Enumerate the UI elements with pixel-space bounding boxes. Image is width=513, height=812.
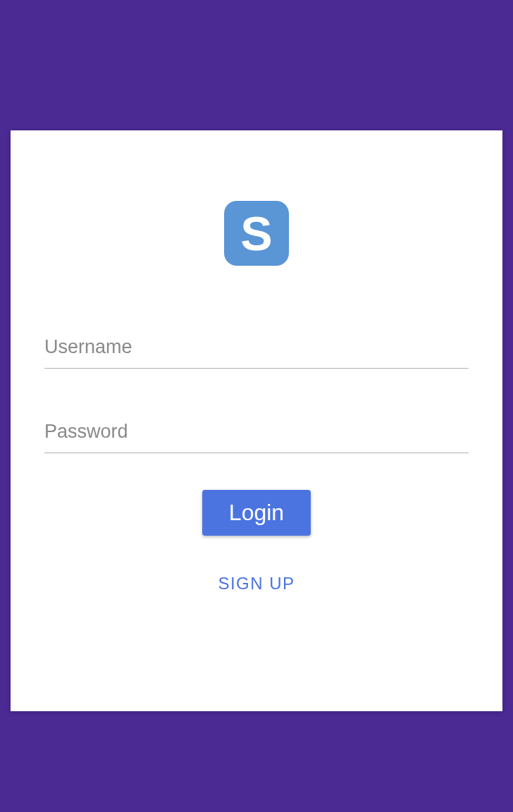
logo-letter-icon: S [240,209,272,257]
username-input[interactable] [44,326,469,369]
login-card: S Login SIGN UP [11,130,502,711]
signup-link[interactable]: SIGN UP [218,574,295,593]
app-logo: S [224,201,289,266]
password-input[interactable] [44,411,469,453]
login-button[interactable]: Login [202,490,311,536]
